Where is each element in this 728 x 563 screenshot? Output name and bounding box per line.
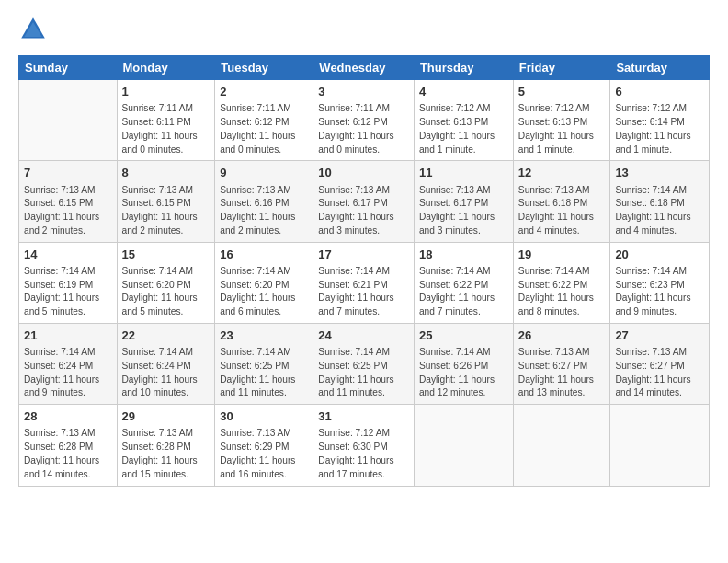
day-info: Sunrise: 7:11 AMSunset: 6:12 PMDaylight:… [220,102,308,156]
day-number: 20 [615,247,704,263]
day-number: 6 [615,84,704,100]
calendar-day-cell: 20Sunrise: 7:14 AMSunset: 6:23 PMDayligh… [610,242,710,323]
day-number: 26 [518,327,606,344]
day-number: 19 [518,247,606,263]
calendar-day-cell: 28Sunrise: 7:13 AMSunset: 6:28 PMDayligh… [19,405,118,486]
day-info: Sunrise: 7:13 AMSunset: 6:27 PMDaylight:… [518,346,606,400]
day-number: 15 [122,247,210,263]
calendar-day-cell: 15Sunrise: 7:14 AMSunset: 6:20 PMDayligh… [117,242,215,323]
calendar-day-cell: 21Sunrise: 7:14 AMSunset: 6:24 PMDayligh… [19,323,118,404]
day-number: 22 [122,327,210,344]
calendar-week-row: 28Sunrise: 7:13 AMSunset: 6:28 PMDayligh… [19,405,710,486]
day-number: 10 [318,165,409,181]
page-header [18,15,710,44]
day-info: Sunrise: 7:12 AMSunset: 6:14 PMDaylight:… [615,102,704,156]
day-info: Sunrise: 7:11 AMSunset: 6:12 PMDaylight:… [318,102,409,156]
day-number: 12 [518,165,606,181]
day-info: Sunrise: 7:12 AMSunset: 6:30 PMDaylight:… [318,427,409,481]
day-number: 2 [220,84,308,100]
day-info: Sunrise: 7:13 AMSunset: 6:18 PMDaylight:… [518,184,606,238]
calendar-day-cell: 12Sunrise: 7:13 AMSunset: 6:18 PMDayligh… [513,161,610,242]
day-info: Sunrise: 7:14 AMSunset: 6:24 PMDaylight:… [122,346,210,400]
calendar-day-cell: 25Sunrise: 7:14 AMSunset: 6:26 PMDayligh… [414,323,513,404]
calendar-day-cell: 13Sunrise: 7:14 AMSunset: 6:18 PMDayligh… [610,161,710,242]
calendar-day-cell: 23Sunrise: 7:14 AMSunset: 6:25 PMDayligh… [215,323,313,404]
calendar-day-cell: 7Sunrise: 7:13 AMSunset: 6:15 PMDaylight… [19,161,118,242]
calendar-day-cell [414,405,513,486]
day-number: 5 [518,84,606,100]
calendar-day-cell: 9Sunrise: 7:13 AMSunset: 6:16 PMDaylight… [215,161,313,242]
day-info: Sunrise: 7:13 AMSunset: 6:28 PMDaylight:… [24,427,112,481]
day-number: 7 [24,165,112,181]
day-info: Sunrise: 7:14 AMSunset: 6:20 PMDaylight:… [122,265,210,319]
calendar-day-cell: 8Sunrise: 7:13 AMSunset: 6:15 PMDaylight… [117,161,215,242]
day-number: 28 [24,408,112,425]
day-number: 23 [220,327,308,344]
day-info: Sunrise: 7:14 AMSunset: 6:20 PMDaylight:… [220,265,308,319]
logo [18,15,51,44]
weekday-header-tuesday: Tuesday [215,56,313,80]
day-info: Sunrise: 7:13 AMSunset: 6:17 PMDaylight:… [318,184,409,238]
day-number: 25 [419,327,508,344]
weekday-header-row: SundayMondayTuesdayWednesdayThursdayFrid… [19,56,710,80]
calendar-day-cell: 19Sunrise: 7:14 AMSunset: 6:22 PMDayligh… [513,242,610,323]
calendar-day-cell: 11Sunrise: 7:13 AMSunset: 6:17 PMDayligh… [414,161,513,242]
day-number: 1 [122,84,210,100]
day-number: 29 [122,408,210,425]
day-info: Sunrise: 7:12 AMSunset: 6:13 PMDaylight:… [419,102,508,156]
day-number: 16 [220,247,308,263]
day-info: Sunrise: 7:14 AMSunset: 6:18 PMDaylight:… [615,184,704,238]
day-number: 14 [24,247,112,263]
day-info: Sunrise: 7:13 AMSunset: 6:27 PMDaylight:… [615,346,704,400]
calendar-day-cell: 3Sunrise: 7:11 AMSunset: 6:12 PMDaylight… [313,80,415,161]
calendar-week-row: 1Sunrise: 7:11 AMSunset: 6:11 PMDaylight… [19,80,710,161]
calendar-week-row: 7Sunrise: 7:13 AMSunset: 6:15 PMDaylight… [19,161,710,242]
day-info: Sunrise: 7:13 AMSunset: 6:28 PMDaylight:… [122,427,210,481]
calendar-day-cell: 27Sunrise: 7:13 AMSunset: 6:27 PMDayligh… [610,323,710,404]
calendar-day-cell: 22Sunrise: 7:14 AMSunset: 6:24 PMDayligh… [117,323,215,404]
weekday-header-saturday: Saturday [610,56,710,80]
day-info: Sunrise: 7:14 AMSunset: 6:24 PMDaylight:… [24,346,112,400]
day-info: Sunrise: 7:13 AMSunset: 6:29 PMDaylight:… [220,427,308,481]
day-number: 30 [220,408,308,425]
day-info: Sunrise: 7:13 AMSunset: 6:16 PMDaylight:… [220,184,308,238]
day-number: 21 [24,327,112,344]
calendar-day-cell [513,405,610,486]
day-info: Sunrise: 7:13 AMSunset: 6:17 PMDaylight:… [419,184,508,238]
day-info: Sunrise: 7:12 AMSunset: 6:13 PMDaylight:… [518,102,606,156]
calendar-day-cell: 4Sunrise: 7:12 AMSunset: 6:13 PMDaylight… [414,80,513,161]
calendar-day-cell: 6Sunrise: 7:12 AMSunset: 6:14 PMDaylight… [610,80,710,161]
calendar-day-cell: 1Sunrise: 7:11 AMSunset: 6:11 PMDaylight… [117,80,215,161]
day-number: 9 [220,165,308,181]
calendar-day-cell: 5Sunrise: 7:12 AMSunset: 6:13 PMDaylight… [513,80,610,161]
calendar-day-cell [610,405,710,486]
day-info: Sunrise: 7:14 AMSunset: 6:19 PMDaylight:… [24,265,112,319]
calendar-day-cell: 31Sunrise: 7:12 AMSunset: 6:30 PMDayligh… [313,405,415,486]
day-info: Sunrise: 7:14 AMSunset: 6:25 PMDaylight:… [318,346,409,400]
calendar-day-cell: 17Sunrise: 7:14 AMSunset: 6:21 PMDayligh… [313,242,415,323]
day-number: 4 [419,84,508,100]
day-info: Sunrise: 7:13 AMSunset: 6:15 PMDaylight:… [122,184,210,238]
calendar-day-cell: 10Sunrise: 7:13 AMSunset: 6:17 PMDayligh… [313,161,415,242]
day-number: 17 [318,247,409,263]
day-number: 13 [615,165,704,181]
day-number: 8 [122,165,210,181]
weekday-header-friday: Friday [513,56,610,80]
calendar-week-row: 14Sunrise: 7:14 AMSunset: 6:19 PMDayligh… [19,242,710,323]
calendar-day-cell: 29Sunrise: 7:13 AMSunset: 6:28 PMDayligh… [117,405,215,486]
day-info: Sunrise: 7:11 AMSunset: 6:11 PMDaylight:… [122,102,210,156]
calendar-day-cell: 16Sunrise: 7:14 AMSunset: 6:20 PMDayligh… [215,242,313,323]
weekday-header-thursday: Thursday [414,56,513,80]
day-info: Sunrise: 7:14 AMSunset: 6:23 PMDaylight:… [615,265,704,319]
calendar-day-cell: 14Sunrise: 7:14 AMSunset: 6:19 PMDayligh… [19,242,118,323]
calendar-table: SundayMondayTuesdayWednesdayThursdayFrid… [18,55,710,487]
day-info: Sunrise: 7:14 AMSunset: 6:26 PMDaylight:… [419,346,508,400]
day-number: 31 [318,408,409,425]
day-info: Sunrise: 7:14 AMSunset: 6:22 PMDaylight:… [419,265,508,319]
calendar-week-row: 21Sunrise: 7:14 AMSunset: 6:24 PMDayligh… [19,323,710,404]
day-number: 11 [419,165,508,181]
calendar-day-cell: 2Sunrise: 7:11 AMSunset: 6:12 PMDaylight… [215,80,313,161]
day-number: 3 [318,84,409,100]
day-number: 18 [419,247,508,263]
weekday-header-monday: Monday [117,56,215,80]
